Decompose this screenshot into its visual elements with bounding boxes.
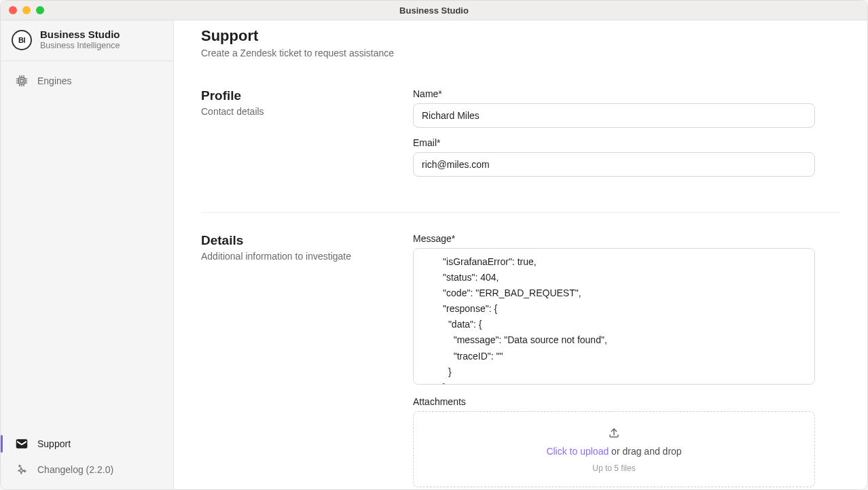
sidebar-item-support[interactable]: Support xyxy=(6,431,168,457)
upload-link-text: Click to upload xyxy=(546,446,609,457)
page-header: Support Create a Zendesk ticket to reque… xyxy=(201,26,840,58)
attachments-dropzone[interactable]: Click to upload or drag and drop Up to 5… xyxy=(413,411,815,487)
attachments-label: Attachments xyxy=(413,396,815,407)
nav-section-bottom: Support Changelog (2.2.0) xyxy=(1,427,173,489)
upload-icon xyxy=(608,427,620,439)
section-body: Name* Email* xyxy=(413,88,815,186)
section-body: Message* Attachments xyxy=(413,233,815,489)
minimize-window-button[interactable] xyxy=(22,6,31,14)
svg-rect-0 xyxy=(19,78,25,84)
app-logo-icon: BI xyxy=(12,30,32,50)
sidebar: BI Business Studio Business Intelligence xyxy=(1,20,174,489)
titlebar: Business Studio xyxy=(1,1,867,20)
name-field-group: Name* xyxy=(413,88,815,128)
app-window: Business Studio BI Business Studio Busin… xyxy=(0,0,868,490)
sparkles-icon xyxy=(16,463,28,476)
email-label: Email* xyxy=(413,137,815,148)
page-subtitle: Create a Zendesk ticket to request assis… xyxy=(201,48,840,58)
section-subtitle: Additional information to investigate xyxy=(201,251,399,262)
sidebar-item-label: Support xyxy=(37,438,71,449)
window-title: Business Studio xyxy=(399,5,469,16)
name-input[interactable] xyxy=(413,103,815,128)
message-field-group: Message* xyxy=(413,233,815,387)
sidebar-item-changelog[interactable]: Changelog (2.2.0) xyxy=(6,457,168,483)
profile-section: Profile Contact details Name* Email* xyxy=(201,88,840,213)
section-subtitle: Contact details xyxy=(201,106,399,117)
name-label: Name* xyxy=(413,88,815,99)
email-input[interactable] xyxy=(413,152,815,177)
maximize-window-button[interactable] xyxy=(36,6,44,14)
upload-text: Click to upload or drag and drop xyxy=(546,446,681,457)
section-title: Profile xyxy=(201,88,399,103)
message-label: Message* xyxy=(413,233,815,244)
app-titles: Business Studio Business Intelligence xyxy=(40,29,120,51)
section-title: Details xyxy=(201,233,399,248)
page-title: Support xyxy=(201,27,840,45)
main-content: Support Create a Zendesk ticket to reque… xyxy=(174,20,867,489)
message-textarea[interactable] xyxy=(413,248,815,385)
upload-rest-text: or drag and drop xyxy=(609,446,681,457)
close-window-button[interactable] xyxy=(9,6,17,14)
app-body: BI Business Studio Business Intelligence xyxy=(1,20,867,489)
nav-section-top: Engines xyxy=(1,61,173,427)
app-subtitle: Business Intelligence xyxy=(40,41,120,51)
mail-icon xyxy=(16,438,28,450)
section-head: Details Additional information to invest… xyxy=(201,233,413,489)
traffic-lights xyxy=(1,6,44,14)
app-header: BI Business Studio Business Intelligence xyxy=(1,20,173,61)
attachments-field-group: Attachments Click to upload or drag xyxy=(413,396,815,487)
app-name: Business Studio xyxy=(40,29,120,41)
sidebar-item-label: Changelog (2.2.0) xyxy=(37,464,113,475)
cpu-icon xyxy=(16,75,28,87)
sidebar-item-label: Engines xyxy=(37,75,72,86)
email-field-group: Email* xyxy=(413,137,815,177)
sidebar-item-engines[interactable]: Engines xyxy=(6,68,168,94)
upload-hint: Up to 5 files xyxy=(592,463,635,473)
details-section: Details Additional information to invest… xyxy=(201,233,840,489)
svg-rect-1 xyxy=(20,80,24,83)
section-head: Profile Contact details xyxy=(201,88,413,186)
